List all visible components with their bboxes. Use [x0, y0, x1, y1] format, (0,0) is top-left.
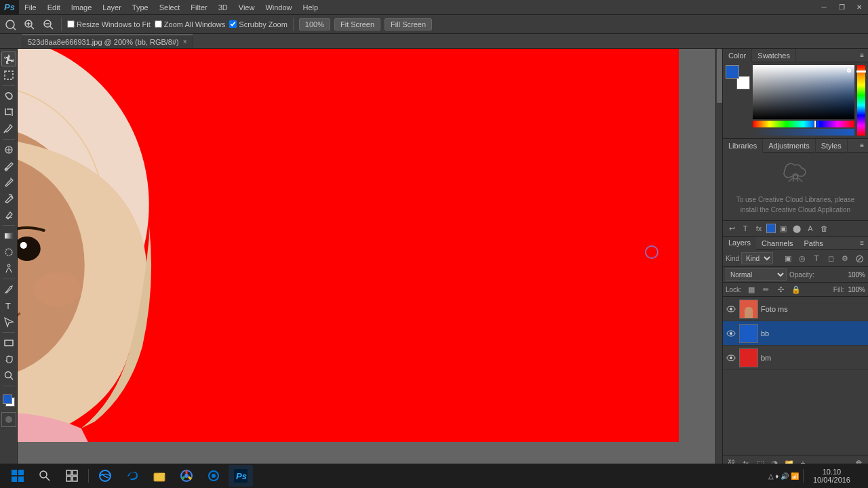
search-button[interactable] [33, 465, 57, 487]
menu-view[interactable]: View [233, 0, 260, 14]
quick-mask-button[interactable] [1, 412, 16, 427]
edge-button[interactable] [120, 465, 144, 487]
menu-edit[interactable]: Edit [42, 0, 66, 14]
zoom-tool[interactable] [1, 368, 16, 383]
ie-button[interactable] [93, 465, 117, 487]
menu-window[interactable]: Window [260, 0, 297, 14]
fill-screen-button[interactable]: Fill Screen [384, 18, 432, 30]
layers-tab[interactable]: Layers [723, 237, 756, 250]
filter-type-icon[interactable]: T [810, 252, 823, 264]
hand-tool[interactable] [1, 352, 16, 367]
blend-mode-select[interactable]: Normal [726, 268, 787, 281]
fg-bg-swatches[interactable] [726, 65, 750, 89]
paths-tab[interactable]: Paths [799, 237, 829, 250]
filter-adjust-icon[interactable]: ◎ [796, 252, 808, 264]
lock-position-button[interactable]: ✣ [776, 284, 787, 295]
document-canvas[interactable] [18, 49, 679, 442]
scrubby-zoom-checkbox[interactable] [229, 20, 237, 28]
gradient-tool[interactable] [1, 228, 16, 243]
color-strip[interactable] [857, 65, 865, 136]
libraries-tab[interactable]: Libraries [723, 139, 763, 152]
menu-help[interactable]: Help [298, 0, 324, 14]
lib-char-button[interactable]: A [804, 222, 816, 235]
resize-windows-checkbox[interactable] [67, 20, 75, 28]
system-clock[interactable]: 10.1010/04/2016 [808, 468, 856, 484]
zoom-marquee-icon[interactable] [3, 17, 18, 32]
color-tab[interactable]: Color [723, 49, 752, 62]
menu-3d[interactable]: 3D [213, 0, 233, 14]
minimize-button[interactable]: ─ [815, 0, 833, 15]
layer-item-bb[interactable]: bb [723, 321, 868, 346]
start-button[interactable] [5, 465, 30, 487]
color-swatch[interactable] [0, 392, 18, 409]
layers-kind-select[interactable]: Kind [741, 252, 773, 264]
close-button[interactable]: ✕ [850, 0, 868, 15]
fit-screen-button[interactable]: Fit Screen [334, 18, 380, 30]
zoom-percent-button[interactable]: 100% [299, 18, 330, 30]
lib-text-button[interactable]: T [739, 222, 751, 235]
lib-add-button[interactable]: ↩ [726, 222, 738, 235]
styles-tab[interactable]: Styles [816, 139, 848, 152]
type-tool[interactable]: T [1, 298, 16, 313]
pen-tool[interactable] [1, 282, 16, 297]
foreground-color-square[interactable] [726, 65, 739, 79]
channels-tab[interactable]: Channels [756, 237, 798, 250]
eraser-tool[interactable] [1, 207, 16, 222]
lib-graphic-button[interactable]: ▣ [777, 222, 789, 235]
zoom-out-icon[interactable] [41, 17, 56, 32]
healing-brush-tool[interactable] [1, 142, 16, 157]
scrubby-zoom-option[interactable]: Scrubby Zoom [229, 20, 288, 28]
resize-windows-option[interactable]: Resize Windows to Fit [67, 20, 151, 28]
menu-filter[interactable]: Filter [185, 0, 212, 14]
alpha-slider[interactable] [753, 129, 854, 136]
lasso-tool[interactable] [1, 89, 16, 104]
fg-color-swatch[interactable] [3, 394, 12, 404]
libraries-panel-menu[interactable]: ≡ [856, 139, 868, 152]
lock-transparent-button[interactable]: ▦ [746, 284, 757, 295]
filter-shape-icon[interactable]: ◻ [825, 252, 837, 264]
history-brush-tool[interactable] [1, 191, 16, 206]
lib-brush-button[interactable]: ⬤ [791, 222, 803, 235]
lib-color-button[interactable] [766, 224, 776, 233]
zoom-in-icon[interactable] [22, 17, 37, 32]
layer-item-bm[interactable]: bm [723, 346, 868, 370]
lib-delete-button[interactable]: 🗑 [818, 222, 830, 235]
lock-image-button[interactable]: ✏ [761, 284, 772, 295]
rectangular-marquee-tool[interactable] [1, 68, 16, 83]
rectangle-tool[interactable] [1, 336, 16, 350]
task-view-button[interactable] [60, 465, 84, 487]
layers-panel-menu[interactable]: ≡ [856, 237, 868, 249]
vertical-scroll-thumb[interactable] [717, 49, 722, 103]
filter-on-icon[interactable]: ⊘ [853, 252, 865, 264]
layer-visibility-foto-ms[interactable] [726, 304, 736, 314]
cortana-button[interactable] [201, 465, 226, 487]
zoom-all-checkbox[interactable] [155, 20, 162, 28]
show-desktop-button[interactable] [859, 465, 863, 487]
zoom-all-option[interactable]: Zoom All Windows [155, 20, 225, 28]
move-tool[interactable] [1, 52, 16, 66]
menu-select[interactable]: Select [154, 0, 186, 14]
adjustments-tab[interactable]: Adjustments [763, 139, 816, 152]
menu-layer[interactable]: Layer [97, 0, 127, 14]
brush-tool[interactable] [1, 159, 16, 174]
vertical-scrollbar[interactable] [715, 49, 722, 465]
layer-visibility-bb[interactable] [726, 328, 736, 339]
restore-button[interactable]: ❐ [833, 0, 850, 15]
hue-slider[interactable] [753, 121, 854, 127]
blur-tool[interactable] [1, 245, 16, 260]
saturation-brightness-field[interactable] [753, 65, 854, 119]
path-selection-tool[interactable] [1, 314, 16, 329]
ps-taskbar-button[interactable]: Ps [229, 465, 253, 487]
eyedropper-tool[interactable] [1, 121, 16, 136]
chrome-button[interactable] [174, 465, 199, 487]
layer-item-foto-ms[interactable]: Foto ms [723, 297, 868, 321]
tab-close-button[interactable]: × [183, 38, 187, 45]
file-explorer-button[interactable] [147, 465, 172, 487]
dodge-tool[interactable] [1, 261, 16, 276]
swatches-tab[interactable]: Swatches [752, 49, 796, 62]
filter-smart-icon[interactable]: ⚙ [839, 252, 851, 264]
color-panel-menu[interactable]: ≡ [856, 49, 868, 62]
layer-visibility-bm[interactable] [726, 352, 736, 363]
clone-stamp-tool[interactable] [1, 175, 16, 190]
crop-tool[interactable] [1, 105, 16, 120]
